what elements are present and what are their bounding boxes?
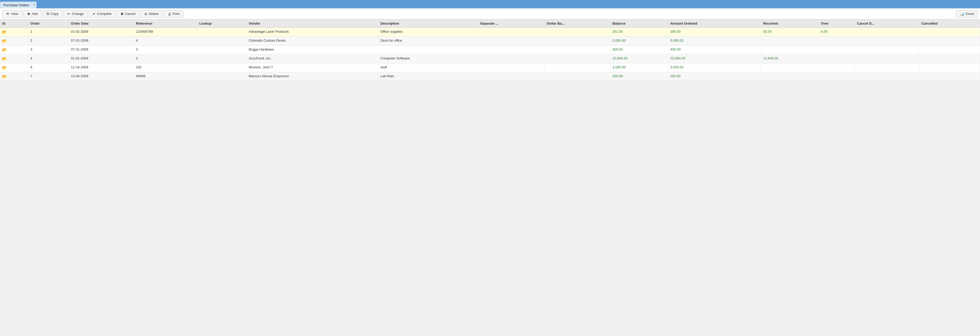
delete-button[interactable]: ⊖ Delete <box>140 10 162 18</box>
cell-order_date: 01-01-2009 <box>69 54 134 63</box>
table-row[interactable]: 📂712-04-200999999Manny's Mouse EmporiumL… <box>0 72 980 81</box>
cell-cancel_d <box>855 54 920 63</box>
cell-lookup <box>197 54 247 63</box>
cell-separate <box>478 37 544 46</box>
folder-icon: 📂 <box>2 56 7 61</box>
delete-label: Delete <box>149 12 159 16</box>
col-amount-ordered[interactable]: Amount Ordered <box>668 19 761 28</box>
cell-cancel_d <box>855 72 920 81</box>
tab-close-icon[interactable]: × <box>33 3 35 6</box>
tab-bar: Purchase Orders × <box>0 0 980 8</box>
cell-cancelled <box>920 46 980 54</box>
col-vendor[interactable]: Vendor <box>247 19 378 28</box>
cell-description: Lab Rats <box>378 72 478 81</box>
cell-amount_ordered: 23,400.00 <box>668 54 761 63</box>
change-button[interactable]: ✏ Change <box>63 10 88 18</box>
cell-st: 📂 <box>0 72 28 81</box>
cell-lookup <box>197 37 247 46</box>
col-reference[interactable]: Reference <box>134 19 197 28</box>
col-over[interactable]: Over <box>819 19 855 28</box>
table-row[interactable]: 📂401-01-20092AccuFund, Inc.Computer Soft… <box>0 54 980 63</box>
col-balance[interactable]: Balance <box>610 19 668 28</box>
cell-cancel_d <box>855 63 920 72</box>
print-button[interactable]: 🖨 Print <box>164 10 183 18</box>
cell-separate <box>478 28 544 37</box>
col-description[interactable]: Description <box>378 19 478 28</box>
col-dollar-ba[interactable]: Dollar Ba... <box>544 19 610 28</box>
col-lookup[interactable]: Lookup <box>197 19 247 28</box>
cell-reference: 4 <box>134 37 197 46</box>
view-button[interactable]: 👁 View <box>2 10 22 18</box>
cell-st: 📂 <box>0 54 28 63</box>
cell-order: 2 <box>28 37 69 46</box>
col-st[interactable]: St <box>0 19 28 28</box>
cell-description: stuff <box>378 63 478 72</box>
cell-dollar_ba <box>544 46 610 54</box>
cell-received <box>761 46 819 54</box>
col-order-date[interactable]: Order Date <box>69 19 134 28</box>
copy-button[interactable]: ⧉ Copy <box>43 10 62 18</box>
table-row[interactable]: 📂101-01-2009123456789Advantage Laser Pro… <box>0 28 980 37</box>
change-label: Change <box>72 12 84 16</box>
cell-balance: 10,800.00 <box>610 54 668 63</box>
cell-reference: 123456789 <box>134 28 197 37</box>
cell-vendor: Advantage Laser Products <box>247 28 378 37</box>
cell-dollar_ba <box>544 37 610 46</box>
cell-order_date: 01-01-2009 <box>69 28 134 37</box>
cell-dollar_ba <box>544 72 610 81</box>
table-header: St Order Order Date Reference Lookup Ven… <box>0 19 980 28</box>
cell-order: 3 <box>28 46 69 54</box>
cell-separate <box>478 72 544 81</box>
cell-amount_ordered: 295.00 <box>668 28 761 37</box>
cell-order: 1 <box>28 28 69 37</box>
folder-icon: 📂 <box>2 66 7 70</box>
cell-cancelled <box>920 72 980 81</box>
excel-button[interactable]: 📊 Excel <box>956 10 978 18</box>
cell-lookup <box>197 63 247 72</box>
cell-over <box>819 72 855 81</box>
folder-icon: 📂 <box>2 30 7 34</box>
cancel-button[interactable]: ✖ Cancel <box>116 10 139 18</box>
cell-over <box>819 54 855 63</box>
col-order[interactable]: Order <box>28 19 69 28</box>
cell-reference: 3 <box>134 46 197 54</box>
complete-button[interactable]: ✔ Complete <box>89 10 116 18</box>
table-body: 📂101-01-2009123456789Advantage Laser Pro… <box>0 28 980 81</box>
cell-amount_ordered: 250.00 <box>668 72 761 81</box>
cell-dollar_ba <box>544 54 610 63</box>
cell-order_date: 11-16-2009 <box>69 63 134 72</box>
col-separate[interactable]: Separate ... <box>478 19 544 28</box>
main-content: St Order Order Date Reference Lookup Ven… <box>0 19 980 81</box>
cell-separate <box>478 46 544 54</box>
cell-reference: 2 <box>134 54 197 63</box>
table-row[interactable]: 📂207-31-20094Colorado Custom DecksDeck f… <box>0 37 980 46</box>
cell-st: 📂 <box>0 46 28 54</box>
cell-vendor: Boggs Hardware <box>247 46 378 54</box>
cell-dollar_ba <box>544 28 610 37</box>
cell-st: 📂 <box>0 63 28 72</box>
table-row[interactable]: 📂611-16-2009102Munson, John Tstuff3,000.… <box>0 63 980 72</box>
table-row[interactable]: 📂307-31-20093Boggs Hardware400.00400.00 <box>0 46 980 54</box>
col-received[interactable]: Received <box>761 19 819 28</box>
add-button[interactable]: ✚ Add <box>23 10 41 18</box>
cancel-icon: ✖ <box>121 12 124 16</box>
change-icon: ✏ <box>67 12 70 16</box>
view-label: View <box>11 12 18 16</box>
cell-reference: 99999 <box>134 72 197 81</box>
cell-reference: 102 <box>134 63 197 72</box>
add-icon: ✚ <box>27 12 30 16</box>
cell-amount_ordered: 3,000.00 <box>668 63 761 72</box>
cell-separate <box>478 54 544 63</box>
cell-cancelled <box>920 37 980 46</box>
cell-cancelled <box>920 54 980 63</box>
col-cancel-d[interactable]: Cancel D... <box>855 19 920 28</box>
cell-received <box>761 63 819 72</box>
cell-received: 12,600.00 <box>761 54 819 63</box>
col-cancelled[interactable]: Cancelled <box>920 19 980 28</box>
cell-st: 📂 <box>0 28 28 37</box>
print-label: Print <box>172 12 180 16</box>
tab-purchase-orders[interactable]: Purchase Orders × <box>0 2 37 8</box>
folder-icon: 📂 <box>2 48 7 52</box>
cell-order: 7 <box>28 72 69 81</box>
cell-st: 📂 <box>0 37 28 46</box>
